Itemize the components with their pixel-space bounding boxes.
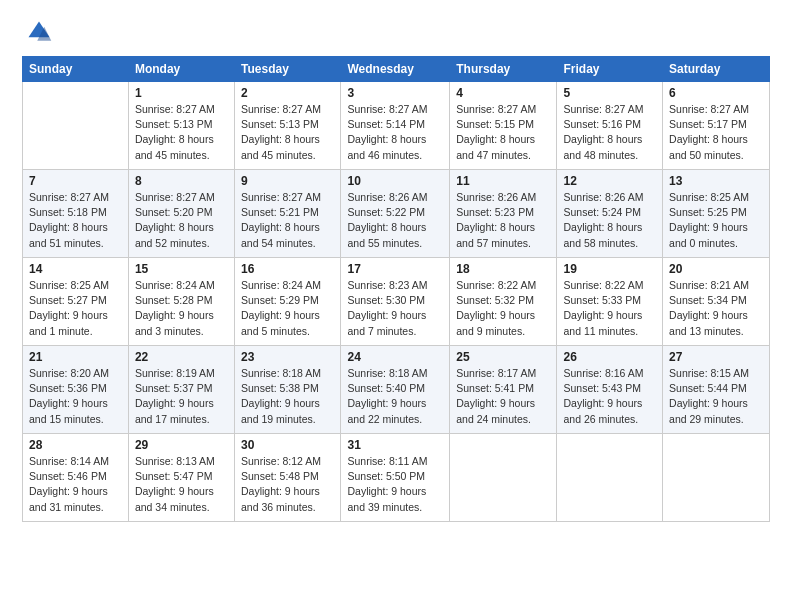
day-info: Sunrise: 8:22 AMSunset: 5:32 PMDaylight:… bbox=[456, 278, 550, 339]
day-info: Sunrise: 8:25 AMSunset: 5:25 PMDaylight:… bbox=[669, 190, 763, 251]
day-number: 12 bbox=[563, 174, 656, 188]
day-number: 26 bbox=[563, 350, 656, 364]
page: SundayMondayTuesdayWednesdayThursdayFrid… bbox=[0, 0, 792, 612]
day-info: Sunrise: 8:11 AMSunset: 5:50 PMDaylight:… bbox=[347, 454, 443, 515]
day-info: Sunrise: 8:27 AMSunset: 5:18 PMDaylight:… bbox=[29, 190, 122, 251]
day-info: Sunrise: 8:27 AMSunset: 5:13 PMDaylight:… bbox=[241, 102, 334, 163]
day-info: Sunrise: 8:27 AMSunset: 5:20 PMDaylight:… bbox=[135, 190, 228, 251]
day-info: Sunrise: 8:20 AMSunset: 5:36 PMDaylight:… bbox=[29, 366, 122, 427]
day-info: Sunrise: 8:25 AMSunset: 5:27 PMDaylight:… bbox=[29, 278, 122, 339]
day-cell: 21Sunrise: 8:20 AMSunset: 5:36 PMDayligh… bbox=[23, 346, 129, 434]
day-number: 6 bbox=[669, 86, 763, 100]
day-cell: 17Sunrise: 8:23 AMSunset: 5:30 PMDayligh… bbox=[341, 258, 450, 346]
day-info: Sunrise: 8:14 AMSunset: 5:46 PMDaylight:… bbox=[29, 454, 122, 515]
day-info: Sunrise: 8:15 AMSunset: 5:44 PMDaylight:… bbox=[669, 366, 763, 427]
day-cell: 1Sunrise: 8:27 AMSunset: 5:13 PMDaylight… bbox=[128, 82, 234, 170]
day-number: 10 bbox=[347, 174, 443, 188]
week-row-3: 14Sunrise: 8:25 AMSunset: 5:27 PMDayligh… bbox=[23, 258, 770, 346]
day-cell: 24Sunrise: 8:18 AMSunset: 5:40 PMDayligh… bbox=[341, 346, 450, 434]
day-cell: 9Sunrise: 8:27 AMSunset: 5:21 PMDaylight… bbox=[235, 170, 341, 258]
day-info: Sunrise: 8:27 AMSunset: 5:13 PMDaylight:… bbox=[135, 102, 228, 163]
week-row-2: 7Sunrise: 8:27 AMSunset: 5:18 PMDaylight… bbox=[23, 170, 770, 258]
day-info: Sunrise: 8:24 AMSunset: 5:28 PMDaylight:… bbox=[135, 278, 228, 339]
day-cell bbox=[23, 82, 129, 170]
week-row-4: 21Sunrise: 8:20 AMSunset: 5:36 PMDayligh… bbox=[23, 346, 770, 434]
day-number: 5 bbox=[563, 86, 656, 100]
day-number: 19 bbox=[563, 262, 656, 276]
day-cell bbox=[663, 434, 770, 522]
day-info: Sunrise: 8:26 AMSunset: 5:23 PMDaylight:… bbox=[456, 190, 550, 251]
day-number: 2 bbox=[241, 86, 334, 100]
day-number: 1 bbox=[135, 86, 228, 100]
day-number: 3 bbox=[347, 86, 443, 100]
week-row-1: 1Sunrise: 8:27 AMSunset: 5:13 PMDaylight… bbox=[23, 82, 770, 170]
day-cell: 26Sunrise: 8:16 AMSunset: 5:43 PMDayligh… bbox=[557, 346, 663, 434]
day-cell: 10Sunrise: 8:26 AMSunset: 5:22 PMDayligh… bbox=[341, 170, 450, 258]
day-cell: 8Sunrise: 8:27 AMSunset: 5:20 PMDaylight… bbox=[128, 170, 234, 258]
day-cell: 11Sunrise: 8:26 AMSunset: 5:23 PMDayligh… bbox=[450, 170, 557, 258]
day-cell: 19Sunrise: 8:22 AMSunset: 5:33 PMDayligh… bbox=[557, 258, 663, 346]
day-cell bbox=[557, 434, 663, 522]
calendar-table: SundayMondayTuesdayWednesdayThursdayFrid… bbox=[22, 56, 770, 522]
day-number: 30 bbox=[241, 438, 334, 452]
weekday-header-tuesday: Tuesday bbox=[235, 57, 341, 82]
day-cell bbox=[450, 434, 557, 522]
day-number: 7 bbox=[29, 174, 122, 188]
day-info: Sunrise: 8:27 AMSunset: 5:21 PMDaylight:… bbox=[241, 190, 334, 251]
day-number: 29 bbox=[135, 438, 228, 452]
day-number: 20 bbox=[669, 262, 763, 276]
day-cell: 4Sunrise: 8:27 AMSunset: 5:15 PMDaylight… bbox=[450, 82, 557, 170]
day-info: Sunrise: 8:27 AMSunset: 5:16 PMDaylight:… bbox=[563, 102, 656, 163]
day-cell: 15Sunrise: 8:24 AMSunset: 5:28 PMDayligh… bbox=[128, 258, 234, 346]
day-number: 22 bbox=[135, 350, 228, 364]
day-info: Sunrise: 8:27 AMSunset: 5:15 PMDaylight:… bbox=[456, 102, 550, 163]
day-info: Sunrise: 8:16 AMSunset: 5:43 PMDaylight:… bbox=[563, 366, 656, 427]
day-info: Sunrise: 8:24 AMSunset: 5:29 PMDaylight:… bbox=[241, 278, 334, 339]
day-cell: 20Sunrise: 8:21 AMSunset: 5:34 PMDayligh… bbox=[663, 258, 770, 346]
day-cell: 5Sunrise: 8:27 AMSunset: 5:16 PMDaylight… bbox=[557, 82, 663, 170]
day-cell: 29Sunrise: 8:13 AMSunset: 5:47 PMDayligh… bbox=[128, 434, 234, 522]
day-info: Sunrise: 8:13 AMSunset: 5:47 PMDaylight:… bbox=[135, 454, 228, 515]
day-info: Sunrise: 8:18 AMSunset: 5:40 PMDaylight:… bbox=[347, 366, 443, 427]
day-number: 25 bbox=[456, 350, 550, 364]
day-cell: 27Sunrise: 8:15 AMSunset: 5:44 PMDayligh… bbox=[663, 346, 770, 434]
day-info: Sunrise: 8:27 AMSunset: 5:14 PMDaylight:… bbox=[347, 102, 443, 163]
day-cell: 18Sunrise: 8:22 AMSunset: 5:32 PMDayligh… bbox=[450, 258, 557, 346]
weekday-header-saturday: Saturday bbox=[663, 57, 770, 82]
day-cell: 16Sunrise: 8:24 AMSunset: 5:29 PMDayligh… bbox=[235, 258, 341, 346]
day-cell: 12Sunrise: 8:26 AMSunset: 5:24 PMDayligh… bbox=[557, 170, 663, 258]
day-cell: 2Sunrise: 8:27 AMSunset: 5:13 PMDaylight… bbox=[235, 82, 341, 170]
day-cell: 13Sunrise: 8:25 AMSunset: 5:25 PMDayligh… bbox=[663, 170, 770, 258]
day-number: 15 bbox=[135, 262, 228, 276]
day-number: 18 bbox=[456, 262, 550, 276]
weekday-header-sunday: Sunday bbox=[23, 57, 129, 82]
weekday-header-thursday: Thursday bbox=[450, 57, 557, 82]
header bbox=[22, 18, 770, 46]
day-cell: 28Sunrise: 8:14 AMSunset: 5:46 PMDayligh… bbox=[23, 434, 129, 522]
day-number: 23 bbox=[241, 350, 334, 364]
day-info: Sunrise: 8:23 AMSunset: 5:30 PMDaylight:… bbox=[347, 278, 443, 339]
day-number: 24 bbox=[347, 350, 443, 364]
logo bbox=[22, 18, 53, 46]
day-number: 16 bbox=[241, 262, 334, 276]
day-number: 14 bbox=[29, 262, 122, 276]
week-row-5: 28Sunrise: 8:14 AMSunset: 5:46 PMDayligh… bbox=[23, 434, 770, 522]
day-number: 8 bbox=[135, 174, 228, 188]
day-number: 13 bbox=[669, 174, 763, 188]
day-number: 28 bbox=[29, 438, 122, 452]
day-cell: 31Sunrise: 8:11 AMSunset: 5:50 PMDayligh… bbox=[341, 434, 450, 522]
day-number: 31 bbox=[347, 438, 443, 452]
day-info: Sunrise: 8:17 AMSunset: 5:41 PMDaylight:… bbox=[456, 366, 550, 427]
day-cell: 23Sunrise: 8:18 AMSunset: 5:38 PMDayligh… bbox=[235, 346, 341, 434]
day-info: Sunrise: 8:21 AMSunset: 5:34 PMDaylight:… bbox=[669, 278, 763, 339]
day-cell: 25Sunrise: 8:17 AMSunset: 5:41 PMDayligh… bbox=[450, 346, 557, 434]
weekday-header-wednesday: Wednesday bbox=[341, 57, 450, 82]
day-info: Sunrise: 8:18 AMSunset: 5:38 PMDaylight:… bbox=[241, 366, 334, 427]
weekday-header-monday: Monday bbox=[128, 57, 234, 82]
day-info: Sunrise: 8:22 AMSunset: 5:33 PMDaylight:… bbox=[563, 278, 656, 339]
day-number: 21 bbox=[29, 350, 122, 364]
weekday-header-row: SundayMondayTuesdayWednesdayThursdayFrid… bbox=[23, 57, 770, 82]
day-info: Sunrise: 8:12 AMSunset: 5:48 PMDaylight:… bbox=[241, 454, 334, 515]
day-info: Sunrise: 8:27 AMSunset: 5:17 PMDaylight:… bbox=[669, 102, 763, 163]
day-cell: 3Sunrise: 8:27 AMSunset: 5:14 PMDaylight… bbox=[341, 82, 450, 170]
